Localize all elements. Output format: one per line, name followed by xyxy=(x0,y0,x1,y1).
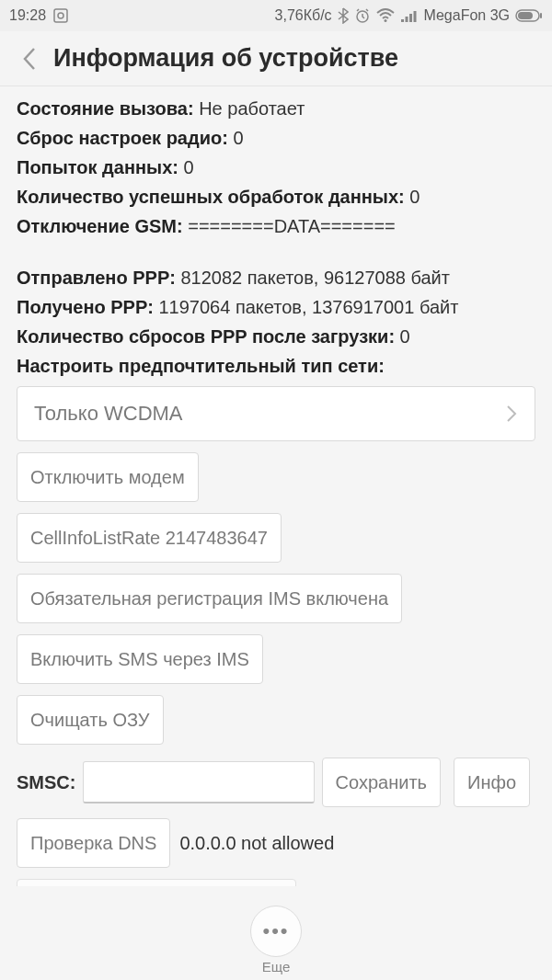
dns-check-button[interactable]: Проверка DNS xyxy=(17,818,170,868)
bluetooth-icon xyxy=(338,7,349,24)
row-radio-reset: Сброс настроек радио: 0 xyxy=(17,123,535,153)
more-label: Еще xyxy=(262,959,291,974)
status-time: 19:28 xyxy=(9,7,46,24)
status-carrier: MegaFon 3G xyxy=(424,7,510,24)
row-ppp-sent: Отправлено PPP: 812082 пакетов, 96127088… xyxy=(17,263,535,292)
clear-ram-button[interactable]: Очищать ОЗУ xyxy=(17,695,164,745)
svg-rect-7 xyxy=(413,11,416,22)
row-data-attempts: Попыток данных: 0 xyxy=(17,153,535,182)
svg-rect-0 xyxy=(54,9,67,22)
disable-modem-button[interactable]: Отключить модем xyxy=(17,452,199,502)
back-button[interactable] xyxy=(11,40,48,77)
svg-rect-10 xyxy=(540,13,542,18)
smsc-save-button[interactable]: Сохранить xyxy=(322,758,441,807)
preferred-network-select[interactable]: Только WCDMA xyxy=(17,386,535,441)
row-gsm-disconnect: Отключение GSM: ========DATA======= xyxy=(17,211,535,241)
alarm-icon xyxy=(354,7,371,24)
sms-over-ims-button[interactable]: Включить SMS через IMS xyxy=(17,634,263,684)
svg-point-1 xyxy=(58,13,63,18)
row-data-success: Количество успешных обработок данных: 0 xyxy=(17,182,535,211)
svg-rect-9 xyxy=(518,12,533,19)
smsc-label: SMSC: xyxy=(17,768,75,797)
title-bar: Информация об устройстве xyxy=(0,31,552,86)
oem-info-button[interactable]: Информация/настройки OEM xyxy=(17,879,296,886)
more-button[interactable]: ••• xyxy=(250,906,302,957)
preferred-network-value: Только WCDMA xyxy=(34,397,183,429)
smsc-info-button[interactable]: Инфо xyxy=(454,758,530,807)
row-ppp-reset: Количество сбросов PPP после загрузки: 0 xyxy=(17,322,535,351)
svg-rect-5 xyxy=(405,17,408,22)
svg-rect-6 xyxy=(409,14,412,22)
wifi-icon xyxy=(376,8,395,23)
content-scroll[interactable]: Состояние вызова: Не работает Сброс наст… xyxy=(0,86,552,886)
dns-result-text: 0.0.0.0 not allowed xyxy=(179,828,334,858)
chevron-left-icon xyxy=(21,46,38,72)
chevron-right-icon xyxy=(505,404,518,424)
cell-info-rate-button[interactable]: CellInfoListRate 2147483647 xyxy=(17,513,282,563)
battery-icon xyxy=(515,9,543,22)
screenshot-icon xyxy=(53,8,68,23)
signal-icon xyxy=(400,8,419,23)
ims-registration-button[interactable]: Обязательная регистрация IMS включена xyxy=(17,574,402,623)
more-dots-icon: ••• xyxy=(262,919,289,943)
status-bar: 19:28 3,76Кб/с MegaFon 3G xyxy=(0,0,552,31)
row-ppp-recv: Получено PPP: 1197064 пакетов, 137691700… xyxy=(17,292,535,322)
dns-row: Проверка DNS 0.0.0.0 not allowed xyxy=(17,818,535,868)
row-call-state: Состояние вызова: Не работает xyxy=(17,94,535,123)
svg-point-3 xyxy=(384,19,386,22)
svg-rect-4 xyxy=(401,19,404,22)
smsc-row: SMSC: Сохранить Инфо xyxy=(17,758,535,807)
smsc-input[interactable] xyxy=(83,761,314,803)
bottom-bar: ••• Еще xyxy=(0,888,552,980)
row-pref-net-label: Настроить предпочтительный тип сети: xyxy=(17,351,535,381)
status-data-rate: 3,76Кб/с xyxy=(275,7,332,24)
page-title: Информация об устройстве xyxy=(53,44,398,73)
